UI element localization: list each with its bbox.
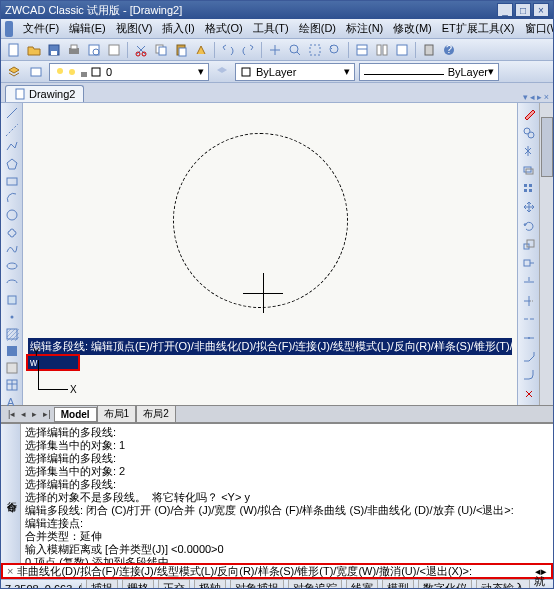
- block-icon[interactable]: [3, 292, 21, 308]
- layer-mgr-icon[interactable]: [5, 63, 23, 81]
- zoom-win-icon[interactable]: [306, 41, 324, 59]
- props-icon[interactable]: [353, 41, 371, 59]
- lwt-toggle[interactable]: 线宽: [346, 579, 378, 589]
- maximize-button[interactable]: □: [515, 3, 531, 17]
- array-icon[interactable]: [520, 180, 538, 198]
- dyn-toggle[interactable]: 动态输入: [476, 579, 530, 589]
- erase-icon[interactable]: [520, 105, 538, 123]
- open-icon[interactable]: [25, 41, 43, 59]
- vertical-scrollbar[interactable]: [539, 103, 553, 405]
- layer-prev-icon[interactable]: [213, 63, 231, 81]
- command-history[interactable]: 选择编辑的多段线: 选择集当中的对象: 1 选择编辑的多段线: 选择集当中的对象…: [21, 424, 553, 563]
- mtext-icon[interactable]: A: [3, 394, 21, 410]
- command-line[interactable]: × 非曲线化(D)/拟合(F)/连接(J)/线型模式(L)/反向(R)/样条(S…: [1, 563, 553, 579]
- paste-icon[interactable]: [172, 41, 190, 59]
- tab-prev-icon[interactable]: ◂: [18, 409, 29, 419]
- rotate-icon[interactable]: [520, 217, 538, 235]
- stretch-icon[interactable]: [520, 255, 538, 273]
- join-icon[interactable]: [520, 329, 538, 347]
- redo-icon[interactable]: [239, 41, 257, 59]
- color-dropdown[interactable]: ByLayer ▾: [235, 63, 355, 81]
- otrack-toggle[interactable]: 对象追踪: [288, 579, 342, 589]
- tab-model[interactable]: Model: [54, 407, 97, 422]
- gradient-icon[interactable]: [3, 343, 21, 359]
- menu-window[interactable]: 窗口(W): [521, 19, 554, 38]
- osnap-toggle[interactable]: 对象捕捉: [230, 579, 284, 589]
- chamfer-icon[interactable]: [520, 348, 538, 366]
- menu-et[interactable]: ET扩展工具(X): [438, 19, 519, 38]
- zoom-prev-icon[interactable]: [326, 41, 344, 59]
- polygon-icon[interactable]: [3, 156, 21, 172]
- preview-icon[interactable]: [85, 41, 103, 59]
- menu-modify[interactable]: 修改(M): [389, 19, 436, 38]
- scrollbar-thumb[interactable]: [541, 117, 553, 177]
- minimize-button[interactable]: _: [497, 3, 513, 17]
- help-icon[interactable]: ?: [440, 41, 458, 59]
- fillet-icon[interactable]: [520, 367, 538, 385]
- line-icon[interactable]: [3, 105, 21, 121]
- cmdline-close-icon[interactable]: ×: [7, 565, 13, 577]
- rect-icon[interactable]: [3, 173, 21, 189]
- pline-icon[interactable]: [3, 139, 21, 155]
- table-icon[interactable]: [3, 377, 21, 393]
- scale-icon[interactable]: [520, 236, 538, 254]
- menu-dim[interactable]: 标注(N): [342, 19, 387, 38]
- save-icon[interactable]: [45, 41, 63, 59]
- tab-close-icon[interactable]: ×: [544, 92, 549, 102]
- polar-toggle[interactable]: 极轴: [194, 579, 226, 589]
- cut-icon[interactable]: [132, 41, 150, 59]
- extend-icon[interactable]: [520, 292, 538, 310]
- publish-icon[interactable]: [105, 41, 123, 59]
- grid-toggle[interactable]: 栅格: [122, 579, 154, 589]
- menu-file[interactable]: 文件(F): [19, 19, 63, 38]
- zoom-rt-icon[interactable]: [286, 41, 304, 59]
- undo-icon[interactable]: [219, 41, 237, 59]
- spline-icon[interactable]: [3, 241, 21, 257]
- menu-draw[interactable]: 绘图(D): [295, 19, 340, 38]
- tab-next-icon[interactable]: ▸: [29, 409, 40, 419]
- circle-icon[interactable]: [3, 207, 21, 223]
- print-icon[interactable]: [65, 41, 83, 59]
- trim-icon[interactable]: [520, 273, 538, 291]
- tab-last-icon[interactable]: ▸|: [40, 409, 53, 419]
- calc-icon[interactable]: [420, 41, 438, 59]
- menu-view[interactable]: 视图(V): [112, 19, 157, 38]
- new-icon[interactable]: [5, 41, 23, 59]
- point-icon[interactable]: [3, 309, 21, 325]
- model-toggle[interactable]: 模型: [382, 579, 414, 589]
- ortho-toggle[interactable]: 正交: [158, 579, 190, 589]
- region-icon[interactable]: [3, 360, 21, 376]
- layer-state-icon[interactable]: [27, 63, 45, 81]
- tab-next-icon[interactable]: ▸: [537, 92, 542, 102]
- ellipse-icon[interactable]: [3, 258, 21, 274]
- menu-tools[interactable]: 工具(T): [249, 19, 293, 38]
- snap-toggle[interactable]: 捕捉: [86, 579, 118, 589]
- offset-icon[interactable]: [520, 161, 538, 179]
- break-icon[interactable]: [520, 311, 538, 329]
- tab-layout1[interactable]: 布局1: [97, 405, 137, 423]
- tablet-toggle[interactable]: 数字化仪: [418, 579, 472, 589]
- copy-obj-icon[interactable]: [520, 124, 538, 142]
- design-icon[interactable]: [373, 41, 391, 59]
- xline-icon[interactable]: [3, 122, 21, 138]
- tab-min-icon[interactable]: ◂: [530, 92, 535, 102]
- match-icon[interactable]: [192, 41, 210, 59]
- revcloud-icon[interactable]: [3, 224, 21, 240]
- arc-icon[interactable]: [3, 190, 21, 206]
- tool-palette-icon[interactable]: [393, 41, 411, 59]
- hatch-icon[interactable]: [3, 326, 21, 342]
- close-button[interactable]: ×: [533, 3, 549, 17]
- drawing-canvas[interactable]: 编辑多段线: 编辑顶点(E)/打开(O)/非曲线化(D)/拟合(F)/连接(J)…: [23, 103, 517, 405]
- tab-layout2[interactable]: 布局2: [136, 405, 176, 423]
- doc-tab[interactable]: Drawing2: [5, 85, 84, 102]
- layer-dropdown[interactable]: 0 ▾: [49, 63, 209, 81]
- explode-icon[interactable]: [520, 385, 538, 403]
- copy-icon[interactable]: [152, 41, 170, 59]
- move-icon[interactable]: [520, 198, 538, 216]
- pan-icon[interactable]: [266, 41, 284, 59]
- tab-prev-icon[interactable]: ▾: [523, 92, 528, 102]
- linetype-dropdown[interactable]: ByLayer ▾: [359, 63, 499, 81]
- menu-edit[interactable]: 编辑(E): [65, 19, 110, 38]
- menu-format[interactable]: 格式(O): [201, 19, 247, 38]
- tab-first-icon[interactable]: |◂: [5, 409, 18, 419]
